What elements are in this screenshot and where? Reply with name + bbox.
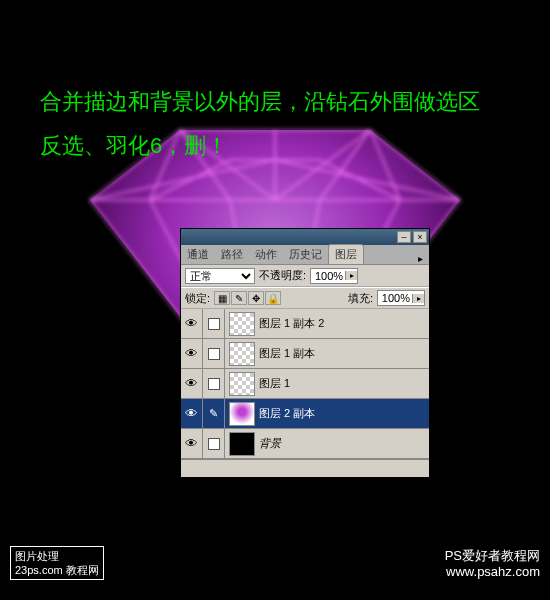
close-button[interactable]: ×	[413, 231, 427, 243]
layer-row[interactable]: 👁 图层 2 副本	[181, 399, 429, 429]
layer-name: 图层 1	[259, 376, 429, 391]
lock-icons-group: ▦ ✎ ✥ 🔒	[214, 291, 281, 305]
visibility-eye-icon[interactable]: 👁	[181, 369, 203, 399]
panel-footer	[181, 459, 429, 477]
layer-row[interactable]: 👁 图层 1 副本 2	[181, 309, 429, 339]
layer-name: 背景	[259, 436, 429, 451]
fill-spinner[interactable]: ▸	[377, 290, 425, 306]
layer-row[interactable]: 👁 背景	[181, 429, 429, 459]
link-chk-icon[interactable]	[203, 429, 225, 459]
blend-mode-select[interactable]: 正常	[185, 268, 255, 284]
fill-label: 填充:	[348, 291, 373, 306]
link-chk-icon[interactable]	[203, 339, 225, 369]
layer-row[interactable]: 👁 图层 1	[181, 369, 429, 399]
opacity-spinner[interactable]: ▸	[310, 268, 358, 284]
layer-name: 图层 1 副本 2	[259, 316, 429, 331]
layer-thumbnail[interactable]	[229, 402, 255, 426]
opacity-arrow-icon[interactable]: ▸	[345, 271, 357, 280]
instruction-text: 合并描边和背景以外的层，沿钻石外围做选区 反选、羽化6，删！	[40, 80, 480, 168]
fill-arrow-icon[interactable]: ▸	[412, 294, 424, 303]
lock-pixels-icon[interactable]: ✎	[231, 291, 247, 305]
panel-tabs: 通道 路径 动作 历史记 图层 ▸	[181, 245, 429, 265]
tab-paths[interactable]: 路径	[215, 245, 249, 264]
layer-name: 图层 1 副本	[259, 346, 429, 361]
link-brush-icon[interactable]	[203, 399, 225, 429]
fill-input[interactable]	[378, 292, 412, 304]
lock-all-icon[interactable]: 🔒	[265, 291, 281, 305]
opacity-label: 不透明度:	[259, 268, 306, 283]
panel-menu-icon[interactable]: ▸	[412, 253, 429, 264]
opacity-input[interactable]	[311, 270, 345, 282]
tab-channels[interactable]: 通道	[181, 245, 215, 264]
layer-thumbnail[interactable]	[229, 312, 255, 336]
layer-thumbnail[interactable]	[229, 372, 255, 396]
lock-position-icon[interactable]: ✥	[248, 291, 264, 305]
blend-opacity-row: 正常 不透明度: ▸	[181, 265, 429, 287]
visibility-eye-icon[interactable]: 👁	[181, 339, 203, 369]
layers-list: 👁 图层 1 副本 2👁 图层 1 副本👁 图层 1👁 图层 2 副本👁 背景	[181, 309, 429, 459]
link-chk-icon[interactable]	[203, 369, 225, 399]
visibility-eye-icon[interactable]: 👁	[181, 309, 203, 339]
layer-thumbnail[interactable]	[229, 432, 255, 456]
layers-panel: – × 通道 路径 动作 历史记 图层 ▸ 正常 不透明度: ▸ 锁定: ▦ ✎…	[180, 228, 430, 478]
lock-fill-row: 锁定: ▦ ✎ ✥ 🔒 填充: ▸	[181, 287, 429, 309]
tab-history[interactable]: 历史记	[283, 245, 328, 264]
visibility-eye-icon[interactable]: 👁	[181, 399, 203, 429]
tab-layers[interactable]: 图层	[328, 244, 364, 264]
layer-row[interactable]: 👁 图层 1 副本	[181, 339, 429, 369]
minimize-button[interactable]: –	[397, 231, 411, 243]
watermark-right: PS爱好者教程网 www.psahz.com	[445, 548, 540, 580]
layer-name: 图层 2 副本	[259, 406, 429, 421]
panel-titlebar: – ×	[181, 229, 429, 245]
lock-transparency-icon[interactable]: ▦	[214, 291, 230, 305]
lock-label: 锁定:	[185, 291, 210, 306]
layer-thumbnail[interactable]	[229, 342, 255, 366]
instruction-line2: 反选、羽化6，删！	[40, 124, 480, 168]
visibility-eye-icon[interactable]: 👁	[181, 429, 203, 459]
instruction-line1: 合并描边和背景以外的层，沿钻石外围做选区	[40, 80, 480, 124]
tab-actions[interactable]: 动作	[249, 245, 283, 264]
link-chk-icon[interactable]	[203, 309, 225, 339]
watermark-left: 图片处理 23ps.com 教程网	[10, 546, 104, 580]
